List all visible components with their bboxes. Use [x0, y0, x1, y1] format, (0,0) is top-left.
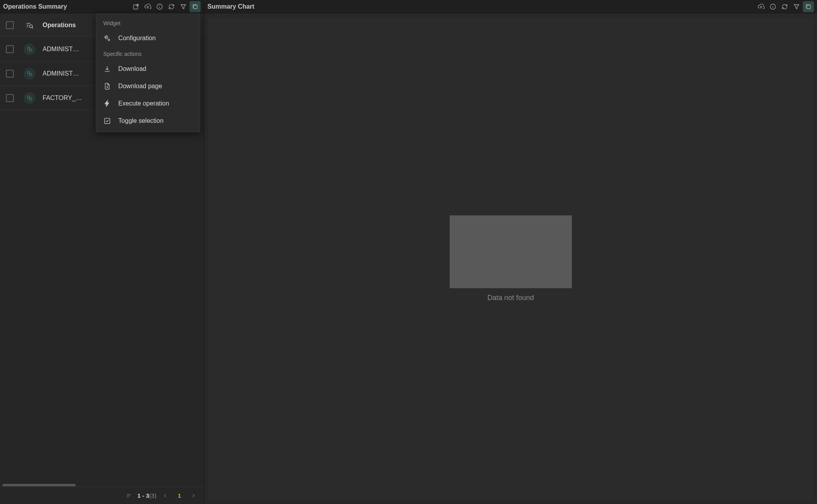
operation-type-icon	[24, 43, 35, 55]
list-icon[interactable]	[124, 491, 134, 500]
menu-item-download-page[interactable]: Download page	[96, 78, 200, 95]
svg-point-12	[108, 39, 110, 41]
svg-point-15	[773, 5, 773, 6]
svg-point-11	[105, 36, 107, 38]
summary-chart-panel: Summary Chart	[204, 0, 817, 504]
row-name: ADMINIST…	[43, 46, 79, 53]
menu-label: Download	[118, 65, 146, 72]
scrollbar-thumb[interactable]	[2, 484, 76, 486]
upload-cloud-icon[interactable]	[142, 1, 153, 12]
chart-panel-header: Summary Chart	[204, 0, 817, 13]
menu-section-widget: Widget	[96, 16, 200, 30]
menu-item-download[interactable]: Download	[96, 60, 200, 78]
svg-rect-3	[194, 5, 197, 9]
row-checkbox[interactable]	[6, 94, 14, 102]
row-name: ADMINIST…	[43, 70, 79, 77]
operations-header-actions	[130, 1, 201, 12]
total-text: (3)	[149, 492, 156, 499]
operations-summary-panel: Operations Summary	[0, 0, 204, 504]
widget-menu-icon[interactable]	[190, 1, 201, 12]
checkbox-icon	[103, 117, 111, 125]
bolt-icon	[103, 100, 111, 107]
gears-icon	[103, 34, 111, 42]
download-icon	[103, 65, 111, 73]
placeholder-image-icon	[450, 215, 572, 288]
pagination-range: 1 - 3(3)	[138, 492, 156, 499]
column-header-label: Operations	[43, 22, 76, 29]
next-page-button[interactable]	[189, 491, 198, 500]
menu-label: Configuration	[118, 35, 156, 42]
info-icon[interactable]	[767, 1, 778, 12]
svg-rect-13	[104, 118, 110, 123]
prev-page-button[interactable]	[160, 491, 170, 500]
horizontal-scrollbar[interactable]	[0, 484, 204, 487]
pagination-footer: 1 - 3(3) 1	[0, 487, 204, 504]
current-page: 1	[174, 492, 185, 499]
row-checkbox[interactable]	[6, 45, 14, 53]
operation-type-icon	[24, 68, 35, 80]
svg-point-4	[30, 25, 32, 28]
app-root: Operations Summary	[0, 0, 817, 504]
filter-icon[interactable]	[178, 1, 189, 12]
filter-icon[interactable]	[791, 1, 802, 12]
widget-menu-icon[interactable]	[803, 1, 814, 12]
row-name: FACTORY_…	[43, 94, 82, 102]
chart-panel-title: Summary Chart	[207, 3, 754, 10]
empty-state: Data not found	[450, 215, 572, 302]
chart-header-actions	[756, 1, 814, 12]
chart-body: Data not found	[204, 13, 817, 504]
menu-item-execute[interactable]: Execute operation	[96, 95, 200, 112]
select-all-cell[interactable]	[0, 21, 20, 29]
svg-point-2	[160, 5, 160, 6]
operation-type-icon	[24, 92, 35, 104]
refresh-icon[interactable]	[166, 1, 177, 12]
menu-label: Execute operation	[118, 100, 169, 107]
menu-item-toggle-selection[interactable]: Toggle selection	[96, 112, 200, 130]
menu-label: Download page	[118, 83, 162, 90]
refresh-icon[interactable]	[779, 1, 790, 12]
operations-panel-title: Operations Summary	[3, 3, 129, 10]
menu-section-specific: Specific actions	[96, 47, 200, 60]
file-download-icon	[103, 82, 111, 90]
empty-state-text: Data not found	[488, 294, 534, 302]
select-all-checkbox[interactable]	[6, 21, 14, 29]
svg-rect-16	[807, 5, 810, 9]
range-text: 1 - 3	[138, 492, 149, 499]
operations-panel-header: Operations Summary	[0, 0, 204, 13]
upload-cloud-icon[interactable]	[756, 1, 767, 12]
info-icon[interactable]	[154, 1, 165, 12]
menu-label: Toggle selection	[118, 117, 164, 124]
row-checkbox[interactable]	[6, 70, 14, 78]
header-search-icon-cell[interactable]	[20, 21, 39, 30]
widget-context-menu: Widget Configuration Specific actions Do…	[96, 13, 200, 132]
open-external-icon[interactable]	[130, 1, 141, 12]
menu-item-configuration[interactable]: Configuration	[96, 30, 200, 47]
